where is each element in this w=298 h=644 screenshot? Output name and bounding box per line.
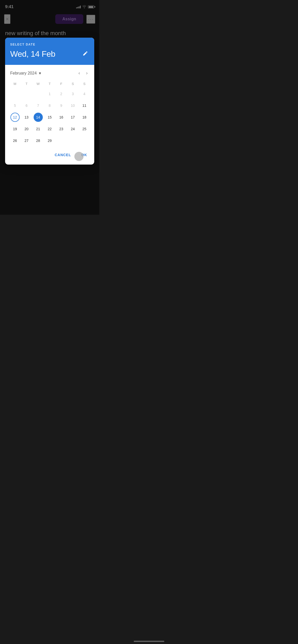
day-header-sat: S — [67, 80, 78, 87]
day-headers: M T W T F S S — [9, 80, 90, 87]
cal-cell-7[interactable]: 7 — [32, 100, 44, 111]
cal-cell-18[interactable]: 18 — [79, 112, 90, 123]
cal-cell-11[interactable]: 11 — [79, 100, 90, 111]
cal-cell — [32, 88, 44, 99]
edit-icon[interactable] — [82, 50, 89, 59]
cal-cell-5[interactable]: 5 — [9, 100, 21, 111]
cal-cell-12[interactable]: 12 — [9, 112, 21, 123]
select-date-label: SELECT DATE — [10, 43, 89, 46]
cal-cell-23[interactable]: 23 — [56, 123, 67, 135]
day-header-tue: T — [21, 80, 32, 87]
day-header-wed: W — [32, 80, 44, 87]
next-month-button[interactable]: › — [84, 69, 90, 77]
day-header-thu: T — [44, 80, 55, 87]
cal-cell-29[interactable]: 29 — [44, 135, 55, 146]
cal-cell — [56, 135, 67, 146]
dialog-header: SELECT DATE Wed, 14 Feb — [5, 38, 94, 65]
cal-cell-22[interactable]: 22 — [44, 123, 55, 135]
dropdown-arrow-icon: ▼ — [38, 71, 42, 75]
cal-cell-20[interactable]: 20 — [21, 123, 32, 135]
day-header-sun: S — [79, 80, 90, 87]
cal-cell — [67, 135, 78, 146]
cal-cell-26[interactable]: 26 — [9, 135, 21, 146]
cal-cell-3[interactable]: 3 — [67, 88, 78, 99]
calendar-grid: 1 2 3 4 5 6 7 8 9 10 11 12 13 14 15 16 1… — [9, 88, 90, 146]
dialog-footer: CANCEL OK — [5, 146, 94, 165]
cal-cell-14[interactable]: 14 — [32, 112, 44, 123]
cal-cell — [21, 88, 32, 99]
nav-arrows: ‹ › — [76, 69, 90, 77]
prev-month-button[interactable]: ‹ — [76, 69, 83, 77]
thumb-indicator — [74, 152, 84, 161]
cal-cell-19[interactable]: 19 — [9, 123, 21, 135]
selected-date-row: Wed, 14 Feb — [10, 49, 89, 59]
day-header-fri: F — [56, 80, 67, 87]
cal-cell-17[interactable]: 17 — [67, 112, 78, 123]
date-picker-dialog: SELECT DATE Wed, 14 Feb February 2024 ▼ … — [5, 38, 94, 165]
cal-cell-9[interactable]: 9 — [56, 100, 67, 111]
cal-cell-2[interactable]: 2 — [56, 88, 67, 99]
month-label: February 2024 — [10, 71, 37, 76]
cal-cell-10[interactable]: 10 — [67, 100, 78, 111]
cal-cell-6[interactable]: 6 — [21, 100, 32, 111]
cal-cell — [9, 88, 21, 99]
cal-cell-21[interactable]: 21 — [32, 123, 44, 135]
cal-cell-16[interactable]: 16 — [56, 112, 67, 123]
selected-date-text: Wed, 14 Feb — [10, 49, 55, 59]
month-nav: February 2024 ▼ ‹ › — [9, 69, 90, 77]
cal-cell-27[interactable]: 27 — [21, 135, 32, 146]
day-header-mon: M — [9, 80, 21, 87]
cal-cell-15[interactable]: 15 — [44, 112, 55, 123]
cal-cell-4[interactable]: 4 — [79, 88, 90, 99]
cal-cell-1[interactable]: 1 — [44, 88, 55, 99]
cal-cell-28[interactable]: 28 — [32, 135, 44, 146]
cal-cell — [79, 135, 90, 146]
calendar-area: February 2024 ▼ ‹ › M T W T F S S 1 2 — [5, 65, 94, 146]
cancel-button[interactable]: CANCEL — [51, 150, 75, 159]
cal-cell-8[interactable]: 8 — [44, 100, 55, 111]
cal-cell-13[interactable]: 13 — [21, 112, 32, 123]
cal-cell-25[interactable]: 25 — [79, 123, 90, 135]
cal-cell-24[interactable]: 24 — [67, 123, 78, 135]
month-label-button[interactable]: February 2024 ▼ — [9, 70, 43, 77]
